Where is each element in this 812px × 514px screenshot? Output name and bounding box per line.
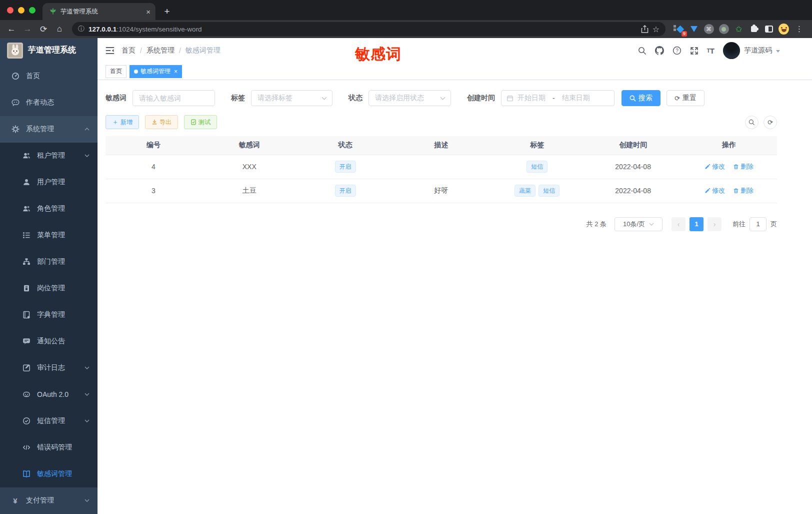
sidebar-item-payment[interactable]: ¥ 支付管理 — [0, 487, 98, 514]
sidebar-item-label: OAuth 2.0 — [37, 390, 68, 398]
extensions-puzzle-icon[interactable] — [748, 24, 759, 35]
extension-command-icon[interactable]: ⌘ — [704, 24, 714, 35]
forward-icon[interactable]: → — [21, 23, 34, 36]
sidebar-item-role[interactable]: 角色管理 — [0, 196, 98, 222]
sidebar-item-error-code[interactable]: 错误码管理 — [0, 434, 98, 461]
test-button[interactable]: 测试 — [184, 115, 217, 129]
status-tag: 开启 — [335, 161, 356, 173]
table-tools: ⟳ — [745, 116, 777, 129]
navbar-tools: ? TT 芋道源码 — [638, 42, 780, 59]
sidebar: 芋道管理系统 首页 作者动态 系统管理 租户管理 — [0, 38, 98, 514]
extension-dot-icon[interactable] — [718, 24, 729, 35]
sidebar-item-notice[interactable]: 通知公告 — [0, 328, 98, 355]
github-icon[interactable] — [655, 46, 664, 55]
maximize-window-button[interactable] — [29, 7, 36, 14]
sidebar-item-label: 菜单管理 — [37, 231, 65, 240]
edit-link[interactable]: 修改 — [704, 162, 725, 171]
bookmark-star-icon[interactable]: ☆ — [652, 25, 660, 34]
back-icon[interactable]: ← — [5, 23, 18, 36]
extension-kite-icon[interactable] — [688, 24, 699, 35]
breadcrumb-home[interactable]: 首页 — [122, 46, 136, 55]
browser-tab[interactable]: 芋道管理系统 × — [42, 3, 156, 20]
breadcrumb-section[interactable]: 系统管理 — [146, 46, 174, 55]
total-count: 共 2 条 — [586, 220, 606, 229]
url-text: 127.0.0.1:1024/system/sensitive-word — [88, 26, 637, 33]
sidebar-collapse-icon[interactable] — [106, 47, 114, 55]
chevron-down-icon — [84, 393, 90, 396]
sidebar-item-label: 系统管理 — [26, 125, 54, 134]
prev-page-icon[interactable]: ‹ — [672, 217, 686, 231]
extension-grid-diamond-icon[interactable]: 9 — [674, 24, 684, 35]
hide-search-icon[interactable] — [745, 116, 758, 129]
close-window-button[interactable] — [7, 7, 14, 14]
filter-form: 敏感词 标签 请选择标签 状态 请选择启用状态 创建时间 开始日期 — [106, 90, 777, 106]
edit-link[interactable]: 修改 — [704, 186, 725, 195]
sidebar-item-menu[interactable]: 菜单管理 — [0, 222, 98, 249]
site-info-icon[interactable]: ⓘ — [78, 25, 84, 34]
home-icon[interactable]: ⌂ — [53, 23, 66, 36]
profile-avatar-icon[interactable] — [778, 24, 789, 35]
search-button[interactable]: 搜索 — [622, 90, 660, 106]
tag-sensitive-word[interactable]: 敏感词管理 × — [130, 65, 182, 78]
share-icon[interactable] — [641, 25, 648, 34]
sidebar-item-label: 租户管理 — [37, 151, 65, 160]
minimize-window-button[interactable] — [18, 7, 24, 14]
browser-menu-icon[interactable]: ⋮ — [794, 25, 805, 34]
delete-link[interactable]: 删除 — [733, 186, 754, 195]
export-button[interactable]: 导出 — [145, 115, 178, 129]
sidebar-item-home[interactable]: 首页 — [0, 63, 98, 89]
side-panel-icon[interactable] — [764, 24, 774, 35]
col-ops: 操作 — [681, 136, 777, 155]
address-bar[interactable]: ⓘ 127.0.0.1:1024/system/sensitive-word ☆ — [72, 22, 666, 36]
tag-close-icon[interactable]: × — [174, 68, 178, 75]
add-button[interactable]: ＋ 新增 — [106, 115, 139, 129]
header-search-icon[interactable] — [638, 47, 646, 55]
sidebar-item-user[interactable]: 用户管理 — [0, 169, 98, 196]
sidebar-item-label: 角色管理 — [37, 204, 65, 213]
reset-button[interactable]: ⟳ 重置 — [666, 90, 704, 106]
date-range-picker[interactable]: 开始日期 - 结束日期 — [501, 90, 614, 106]
tag-home[interactable]: 首页 — [106, 65, 126, 78]
reload-icon[interactable]: ⟳ — [37, 23, 50, 36]
sidebar-item-author-news[interactable]: 作者动态 — [0, 89, 98, 116]
status-select[interactable]: 请选择启用状态 — [368, 90, 451, 106]
page-size-select[interactable]: 10条/页 — [614, 217, 662, 231]
label-tag: 短信 — [526, 161, 548, 173]
sidebar-item-tenant[interactable]: 租户管理 — [0, 143, 98, 169]
tab-close-icon[interactable]: × — [146, 8, 150, 16]
app-logo-row[interactable]: 芋道管理系统 — [0, 38, 98, 63]
sidebar-item-oauth[interactable]: OAuth 2.0 — [0, 381, 98, 408]
tag-label: 标签 — [231, 94, 245, 103]
help-icon[interactable]: ? — [672, 46, 682, 55]
page-number[interactable]: 1 — [690, 217, 704, 231]
sidebar-item-audit-log[interactable]: 审计日志 — [0, 355, 98, 381]
cell-tags: 短信 — [489, 155, 585, 179]
next-page-icon[interactable]: › — [708, 217, 722, 231]
sidebar-item-dict[interactable]: 字典管理 — [0, 302, 98, 328]
cell-word: 土豆 — [202, 179, 298, 203]
cell-desc — [394, 155, 490, 179]
cell-created: 2022-04-08 — [585, 179, 681, 203]
new-tab-button[interactable]: + — [160, 4, 174, 19]
refresh-table-icon[interactable]: ⟳ — [764, 116, 777, 129]
sidebar-item-sms[interactable]: 短信管理 — [0, 408, 98, 434]
fullscreen-icon[interactable] — [690, 47, 698, 55]
sidebar-item-system-management[interactable]: 系统管理 — [0, 116, 98, 143]
keyword-input[interactable] — [133, 91, 214, 106]
goto-page-input[interactable] — [750, 217, 766, 231]
chevron-down-icon — [440, 97, 446, 100]
font-size-icon[interactable]: TT — [707, 47, 714, 55]
tag-select[interactable]: 请选择标签 — [251, 90, 332, 106]
active-dot — [134, 70, 138, 74]
table-toolbar: ＋ 新增 导出 测试 ⟳ — [106, 115, 777, 129]
sidebar-item-sensitive-word[interactable]: 敏感词管理 — [0, 461, 98, 487]
delete-link[interactable]: 删除 — [733, 162, 754, 171]
extension-green-star-icon[interactable]: ✩ — [734, 24, 744, 35]
book-icon — [22, 311, 30, 319]
sidebar-item-department[interactable]: 部门管理 — [0, 249, 98, 275]
sidebar-item-label: 短信管理 — [37, 416, 65, 425]
col-desc: 描述 — [394, 136, 490, 155]
sidebar-item-post[interactable]: 岗位管理 — [0, 275, 98, 302]
user-menu[interactable]: 芋道源码 — [723, 42, 780, 59]
chat-face-icon — [11, 99, 20, 107]
